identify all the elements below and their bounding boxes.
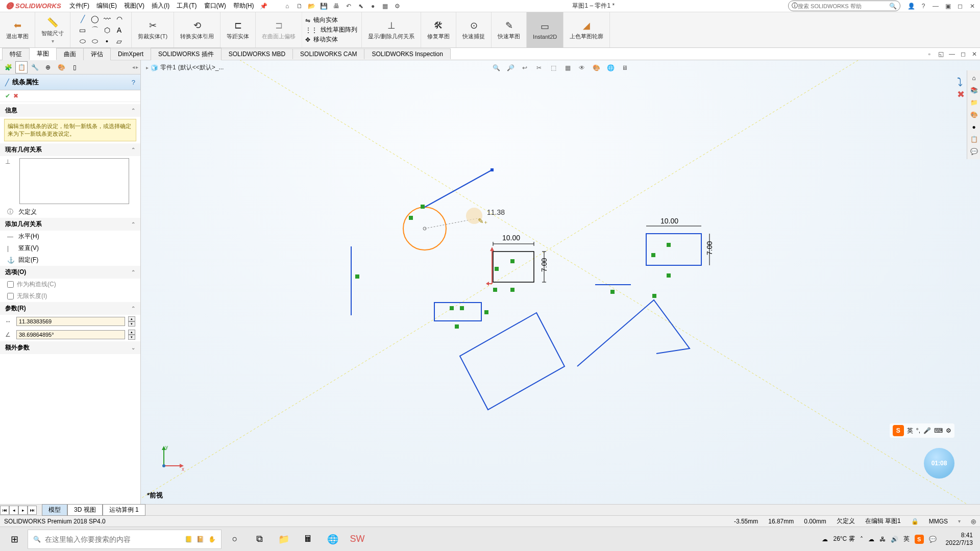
close-icon[interactable]: ✕ <box>968 2 977 11</box>
cmd-tab-surface[interactable]: 曲面 <box>56 48 84 60</box>
menu-tools[interactable]: 工具(T) <box>174 1 200 11</box>
graphics-area[interactable]: ▸ 🧊 零件1 (默认<<默认>_... 🔍 🔎 ↩ ✂ ⬚ ▦ 👁 🎨 🌐 🖥… <box>141 60 980 504</box>
menu-insert[interactable]: 插入(I) <box>149 1 173 11</box>
pm-ok-icon[interactable]: ✔ <box>5 92 10 99</box>
help-dropdown-icon[interactable]: ? <box>919 2 928 11</box>
pm-nav-right-icon[interactable]: ▸ <box>136 64 138 70</box>
tray-weather[interactable]: 26°C 雾 <box>833 535 854 543</box>
tray-network-icon[interactable]: 🖧 <box>879 536 886 543</box>
cmd-tab-inspection[interactable]: SOLIDWORKS Inspection <box>364 48 450 59</box>
hand-emoji-icon[interactable]: ✋ <box>208 536 216 543</box>
length-input[interactable] <box>16 317 125 326</box>
construction-checkbox[interactable]: 作为构造线(C) <box>0 279 140 290</box>
infinite-checkbox[interactable]: 无限长度(I) <box>0 290 140 302</box>
pm-section-params[interactable]: 参数(R)⌃ <box>0 302 140 315</box>
undo-icon[interactable]: ↶ <box>344 2 353 11</box>
pm-tab-dim[interactable]: ⊕ <box>42 61 54 73</box>
view-tab-model[interactable]: 模型 <box>42 504 67 516</box>
ime-floating-bar[interactable]: S 英 °, 🎤 ⌨ ⚙ <box>890 423 954 438</box>
convert-button[interactable]: ⟲转换实体引用 <box>178 17 216 42</box>
mirror-button[interactable]: ⇋镜向实体 <box>305 15 338 25</box>
save-icon[interactable]: 💾 <box>320 2 329 11</box>
search-help-box[interactable]: ⓘ 🔍 <box>788 1 900 11</box>
status-custom-icon[interactable]: ◎ <box>971 518 976 525</box>
pm-tab-config[interactable]: 🔧 <box>29 61 41 73</box>
tray-sogou-icon[interactable]: S <box>915 535 924 544</box>
cmd-tab-evaluate[interactable]: 评估 <box>83 48 111 60</box>
ime-settings-icon[interactable]: ⚙ <box>946 427 951 434</box>
window-cascade-icon[interactable]: ◱ <box>936 49 945 59</box>
length-down[interactable]: ▾ <box>128 321 135 327</box>
tray-notifications-icon[interactable]: 💬 <box>929 536 937 543</box>
view-tab-motion[interactable]: 运动算例 1 <box>103 504 145 516</box>
print-icon[interactable]: 🖶 <box>332 2 341 11</box>
pm-tab-feature-tree[interactable]: 🧩 <box>2 61 14 73</box>
vcr-prev[interactable]: ◂ <box>9 506 18 515</box>
pm-section-add[interactable]: 添加几何关系⌃ <box>0 218 140 231</box>
ime-keyboard-icon[interactable]: ⌨ <box>934 427 943 434</box>
settings-icon[interactable]: ⚙ <box>393 2 402 11</box>
text-tool-icon[interactable]: A <box>114 25 125 35</box>
vcr-next[interactable]: ▸ <box>18 506 28 515</box>
existing-relations-list[interactable] <box>19 158 129 204</box>
repair-button[interactable]: 🛠修复草图 <box>425 17 452 42</box>
doc-close-icon[interactable]: ✕ <box>970 49 979 59</box>
menu-edit[interactable]: 编辑(E) <box>93 1 120 11</box>
ime-punct-icon[interactable]: °, <box>916 427 920 434</box>
fillet-tool-icon[interactable]: ◠ <box>114 14 125 24</box>
menu-help[interactable]: 帮助(H) <box>230 1 257 11</box>
pm-cancel-icon[interactable]: ✖ <box>13 92 18 99</box>
rebuild-icon[interactable]: ● <box>369 2 378 11</box>
move-button[interactable]: ✥移动实体 <box>305 35 338 44</box>
view-triad[interactable]: y x <box>156 443 187 473</box>
search-help-input[interactable] <box>798 3 889 9</box>
plane-tool-icon[interactable]: ▱ <box>114 36 125 46</box>
smart-dimension-button[interactable]: 📏 智能尺寸 ▾ <box>39 14 66 46</box>
doc-minimize-icon[interactable]: — <box>947 49 957 59</box>
pm-section-existing[interactable]: 现有几何关系⌃ <box>0 143 140 156</box>
shaded-sketch-button[interactable]: ◢上色草图轮廓 <box>568 17 605 42</box>
offset-button[interactable]: ⊏等距实体 <box>225 17 251 42</box>
taskbar-search[interactable]: 🔍 📒 📔 ✋ <box>28 530 222 549</box>
vcr-first[interactable]: ⏮ <box>0 506 9 515</box>
vcr-last[interactable]: ⏭ <box>28 506 37 515</box>
pm-section-info[interactable]: 信息⌃ <box>0 104 140 117</box>
tray-volume-icon[interactable]: 🔊 <box>891 536 898 543</box>
display-relations-button[interactable]: ⊥显示/删除几何关系 <box>366 17 416 42</box>
pm-tab-display[interactable]: 🎨 <box>55 61 67 73</box>
linear-pattern-button[interactable]: ⋮⋮线性草图阵列 <box>305 25 357 35</box>
add-vertical-button[interactable]: |竖直(V) <box>0 242 140 254</box>
start-button[interactable]: ⊞ <box>3 529 26 549</box>
maximize-icon[interactable]: ◻ <box>955 2 965 11</box>
cmd-tab-cam[interactable]: SOLIDWORKS CAM <box>292 48 364 59</box>
pin-icon[interactable]: 📌 <box>259 2 268 11</box>
home-icon[interactable]: ⌂ <box>283 2 292 11</box>
quick-sketch-button[interactable]: ✎快速草图 <box>496 17 522 42</box>
open-icon[interactable]: 📂 <box>307 2 316 11</box>
cmd-tab-addins[interactable]: SOLIDWORKS 插件 <box>151 48 222 60</box>
task-cortana[interactable]: ○ <box>224 529 246 549</box>
window-tile-icon[interactable]: ▫ <box>925 49 934 59</box>
task-explorer[interactable]: 📁 <box>273 529 295 549</box>
view-tab-3d[interactable]: 3D 视图 <box>67 504 103 516</box>
tray-chevron-up-icon[interactable]: ˄ <box>860 536 863 543</box>
pm-section-options[interactable]: 选项(O)⌃ <box>0 266 140 279</box>
taskbar-search-input[interactable] <box>45 535 181 543</box>
task-calculator[interactable]: 🖩 <box>297 529 320 549</box>
menu-file[interactable]: 文件(F) <box>66 1 92 11</box>
sketch-canvas[interactable]: 11.38 ✎₊ 10.00 7.00 <box>141 60 980 504</box>
pm-nav-left-icon[interactable]: ◂ <box>132 64 135 70</box>
angle-down[interactable]: ▾ <box>128 335 135 340</box>
minimize-icon[interactable]: — <box>931 2 940 11</box>
quick-snap-button[interactable]: ⊙快速捕捉 <box>460 17 487 42</box>
notebook-emoji-icon[interactable]: 📔 <box>197 536 204 543</box>
doc-restore-icon[interactable]: ◻ <box>959 49 968 59</box>
screen-recorder-badge[interactable]: 01:08 <box>924 448 954 479</box>
add-horizontal-button[interactable]: —水平(H) <box>0 231 140 242</box>
angle-up[interactable]: ▴ <box>128 330 135 335</box>
arc-tool-icon[interactable]: ⌒ <box>90 25 100 35</box>
circle-tool-icon[interactable]: ◯ <box>90 14 100 24</box>
length-up[interactable]: ▴ <box>128 316 135 321</box>
status-lock-icon[interactable]: 🔒 <box>911 518 919 525</box>
options-icon[interactable]: ▦ <box>381 2 390 11</box>
